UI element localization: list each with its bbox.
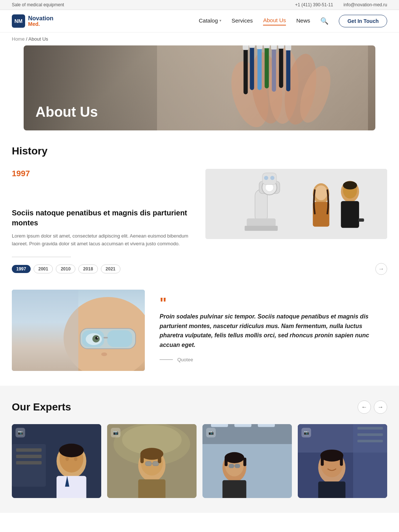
nav-about[interactable]: About Us: [263, 17, 286, 25]
timeline-dot-2010[interactable]: 2010: [56, 265, 75, 273]
svg-rect-44: [107, 330, 132, 347]
svg-rect-11: [279, 45, 283, 88]
timeline-divider: [12, 257, 71, 257]
quote-content: " Proin sodales pulvinar sic tempor. Soc…: [160, 298, 387, 362]
experts-title: Our Experts: [12, 401, 71, 413]
main-nav: Catalog ▾ Services About Us News 🔍 Get I…: [199, 15, 387, 27]
history-headline: Sociis natoque penatibus et magnis dis p…: [12, 208, 194, 228]
svg-rect-32: [313, 202, 330, 226]
robot-visual: [205, 169, 387, 239]
search-button[interactable]: 🔍: [320, 17, 328, 25]
quote-text: Proin sodales pulvinar sic tempor. Socii…: [160, 312, 387, 349]
history-left: 1997 Sociis natoque penatibus et magnis …: [12, 169, 194, 248]
timeline-row: 1997 2001 2010 2018 2021 →: [12, 263, 387, 275]
nav-news[interactable]: News: [296, 17, 310, 25]
svg-rect-94: [357, 433, 383, 436]
quote-name: Quotee: [177, 357, 193, 362]
svg-rect-45: [103, 337, 108, 338]
svg-point-30: [270, 176, 274, 180]
svg-rect-67: [138, 479, 166, 498]
expert-2-svg: [107, 424, 197, 498]
topbar-phone: +1 (411) 390-51-11: [295, 2, 333, 7]
topbar-email: info@novation-med.ru: [344, 2, 387, 7]
svg-point-61: [65, 457, 69, 461]
hero-banner: About Us: [24, 45, 375, 130]
svg-rect-81: [222, 480, 246, 498]
svg-point-99: [320, 449, 343, 461]
svg-rect-54: [16, 448, 42, 451]
svg-rect-77: [211, 424, 228, 427]
svg-rect-88: [243, 457, 246, 466]
nav-catalog[interactable]: Catalog ▾: [199, 17, 221, 25]
experts-section: Our Experts ← →: [0, 386, 399, 513]
svg-rect-78: [234, 424, 251, 427]
expert-4-svg: [298, 424, 387, 498]
history-year: 1997: [12, 169, 194, 178]
svg-rect-73: [140, 454, 144, 463]
history-section: History 1997 Sociis natoque penatibus et…: [12, 145, 387, 275]
expert-card-2-bg: [107, 424, 197, 498]
expert-1-instagram-icon[interactable]: 📷: [16, 428, 25, 437]
svg-point-37: [343, 181, 357, 190]
svg-rect-26: [247, 218, 276, 226]
quote-attribution: Quotee: [160, 357, 387, 362]
svg-rect-21: [205, 169, 387, 239]
svg-rect-6: [243, 45, 248, 94]
svg-rect-7: [250, 45, 254, 90]
topbar: Sale of medical equipment +1 (411) 390-5…: [0, 0, 399, 10]
svg-rect-9: [265, 45, 269, 88]
nav-services[interactable]: Services: [232, 17, 253, 25]
main-content: History 1997 Sociis natoque penatibus et…: [0, 130, 399, 275]
timeline-dot-2018[interactable]: 2018: [78, 265, 98, 273]
logo-icon: NM: [12, 14, 25, 28]
history-right: [205, 169, 387, 239]
expert-card-1-bg: [12, 424, 101, 498]
quote-section: " Proin sodales pulvinar sic tempor. Soc…: [0, 290, 399, 371]
quote-line: [160, 359, 173, 360]
svg-rect-100: [321, 456, 324, 466]
svg-rect-79: [258, 424, 275, 427]
breadcrumb: Home / About Us: [0, 33, 399, 45]
timeline-dots: 1997 2001 2010 2018 2021: [12, 265, 120, 273]
timeline-dot-1997[interactable]: 1997: [12, 265, 31, 273]
breadcrumb-home[interactable]: Home: [12, 36, 25, 42]
svg-rect-14: [249, 45, 255, 48]
svg-point-49: [97, 337, 98, 338]
expert-card-2: 📷: [107, 424, 197, 498]
svg-rect-17: [271, 45, 277, 50]
timeline-dot-2021[interactable]: 2021: [101, 265, 120, 273]
expert-2-instagram-icon[interactable]: 📷: [111, 428, 120, 437]
experts-grid: 📷: [12, 424, 387, 498]
svg-point-33: [315, 185, 327, 200]
expert-card-3: 📷: [202, 424, 292, 498]
experts-header: Our Experts ← →: [12, 400, 387, 414]
svg-rect-10: [272, 45, 276, 92]
timeline-container: 1997 2001 2010 2018 2021 →: [12, 257, 387, 275]
history-text: Lorem ipsum dolor sit amet, consectetur …: [12, 232, 194, 248]
expert-3-svg: [202, 424, 292, 498]
svg-rect-70: [153, 461, 158, 466]
svg-rect-51: [12, 290, 78, 371]
svg-rect-27: [245, 226, 277, 231]
expert-3-instagram-icon[interactable]: 📷: [206, 428, 216, 437]
logo-text: Novation Med.: [28, 15, 53, 27]
svg-rect-84: [235, 464, 240, 468]
svg-rect-16: [264, 45, 270, 48]
experts-nav: ← →: [358, 400, 387, 414]
timeline-next-arrow[interactable]: →: [375, 263, 387, 275]
logo[interactable]: NM Novation Med.: [12, 14, 53, 28]
svg-point-60: [59, 443, 84, 457]
experts-prev-button[interactable]: ←: [358, 400, 371, 414]
experts-next-button[interactable]: →: [374, 400, 387, 414]
svg-rect-69: [146, 461, 151, 466]
quote-face-visual: [12, 290, 145, 371]
svg-rect-76: [202, 424, 292, 444]
svg-rect-87: [225, 457, 228, 466]
get-in-touch-button[interactable]: Get In Touch: [339, 15, 387, 27]
history-image: [205, 169, 387, 239]
expert-4-instagram-icon[interactable]: 📷: [301, 428, 311, 437]
svg-rect-95: [357, 440, 383, 442]
svg-point-62: [74, 457, 77, 461]
svg-rect-56: [16, 461, 42, 464]
timeline-dot-2001[interactable]: 2001: [34, 265, 53, 273]
